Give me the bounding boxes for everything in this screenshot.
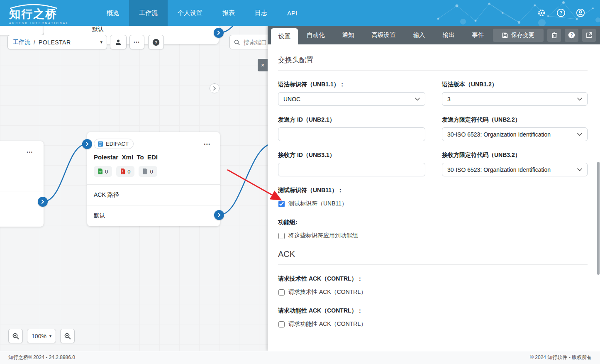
card-row-label[interactable]: 默认 xyxy=(92,26,104,33)
test-indicator-checkbox[interactable] xyxy=(278,201,285,207)
tab-advanced[interactable]: 高级设置 xyxy=(363,26,405,44)
success-count[interactable]: 0 xyxy=(94,166,112,177)
partial-card-left[interactable]: ••• xyxy=(0,141,44,227)
tab-notifications[interactable]: 通知 xyxy=(334,26,363,44)
zoom-in-icon xyxy=(12,333,19,340)
breadcrumb-project-name: POLESTAR xyxy=(39,39,71,46)
tech-ack-row: 请求技术性 ACK（CONTRL） xyxy=(278,288,588,296)
default-path-pin[interactable] xyxy=(214,210,224,220)
tab-events[interactable]: 事件 xyxy=(463,26,493,44)
tab-settings[interactable]: 设置 xyxy=(271,28,298,44)
func-ack-checkbox-label: 请求功能性 ACK（CONTRL） xyxy=(288,320,366,328)
chevron-down-icon[interactable]: ▾ xyxy=(100,39,102,45)
zoom-out-icon xyxy=(64,333,71,340)
pending-count[interactable]: 0 xyxy=(139,166,157,177)
panel-scrollbar[interactable] xyxy=(597,162,600,275)
nav-item-profile[interactable]: 个人设置 xyxy=(168,0,212,26)
settings-panel: 设置 自动化 通知 高级设置 输入 输出 事件 保存变更 xyxy=(268,26,600,351)
tab-automation[interactable]: 自动化 xyxy=(298,26,334,44)
close-panel-button[interactable]: × xyxy=(258,59,268,71)
syntax-version-select[interactable]: 3 xyxy=(442,92,588,106)
syntax-version-value: 3 xyxy=(447,96,451,103)
svg-text:?: ? xyxy=(570,33,573,37)
section-title-ack: ACK xyxy=(278,249,588,259)
node-row-label: ACK 路径 xyxy=(94,191,119,199)
ack-path-pin[interactable] xyxy=(210,83,220,93)
test-indicator-checkbox-label: 测试标识符（UNB11） xyxy=(288,200,347,208)
syntax-id-label: 语法标识符（UNB1.1）： xyxy=(278,81,425,88)
zoom-out-button[interactable] xyxy=(60,329,75,343)
zoom-in-button[interactable] xyxy=(8,329,23,343)
canvas-help-button[interactable]: ? xyxy=(148,35,164,49)
pending-doc-icon xyxy=(143,169,148,174)
breadcrumb[interactable]: 工作流 / POLESTAR ▾ xyxy=(7,35,107,49)
connector-pin[interactable] xyxy=(38,197,48,207)
node-row-label: 默认 xyxy=(94,212,105,220)
connector-pin[interactable] xyxy=(214,28,224,38)
save-changes-button[interactable]: 保存变更 xyxy=(493,29,544,42)
nav-item-overview[interactable]: 概览 xyxy=(97,0,129,26)
top-navbar: 知行之桥 ARCESB INTERNATIONAL 概览 工作流 个人设置 报表… xyxy=(0,0,600,26)
sender-id-input[interactable] xyxy=(278,127,425,141)
node-row-default[interactable]: 默认 xyxy=(87,205,220,226)
more-actions-button[interactable]: ••• xyxy=(129,35,144,49)
node-row-ack-path[interactable]: ACK 路径 xyxy=(87,184,220,205)
tab-input[interactable]: 输入 xyxy=(405,26,434,44)
nav-item-api[interactable]: API xyxy=(277,0,307,26)
status-bar: 知行之桥® 2024 - 24.2.8986.0 © 2024 知行软件 - 版… xyxy=(0,351,600,364)
node-menu-icon[interactable]: ••• xyxy=(204,142,211,147)
partial-card-top-left[interactable] xyxy=(0,26,44,35)
chevron-down-icon xyxy=(415,98,420,101)
workflow-canvas[interactable]: 默认 工作流 / POLESTAR ▾ ••• ? ••• xyxy=(0,26,268,351)
nav-item-logs[interactable]: 日志 xyxy=(245,0,277,26)
delete-button[interactable] xyxy=(547,29,561,42)
receiver-id-label: 接收方 ID（UNB3.1） xyxy=(278,151,425,159)
search-input[interactable] xyxy=(243,39,268,46)
chevron-down-icon: ▾ xyxy=(49,334,51,338)
node-input-pin[interactable] xyxy=(82,139,92,149)
error-count[interactable]: 0 xyxy=(116,166,134,177)
ellipsis-icon: ••• xyxy=(134,40,140,44)
node-title: Polestar_Xml_To_EDI xyxy=(94,154,158,161)
sender-qualifier-select[interactable]: 30-ISO 6523: Organization Identification xyxy=(442,127,588,141)
breadcrumb-separator: / xyxy=(34,39,35,46)
open-external-button[interactable] xyxy=(582,29,596,42)
panel-header: 设置 自动化 通知 高级设置 输入 输出 事件 保存变更 xyxy=(268,26,600,44)
func-ack-label: 请求功能性 ACK（CONTRL）： xyxy=(278,307,588,315)
syntax-id-select[interactable]: UNOC xyxy=(278,92,425,106)
user-permissions-button[interactable] xyxy=(110,35,127,49)
edifact-node-card[interactable]: EDIFACT ••• Polestar_Xml_To_EDI 0 0 xyxy=(87,132,220,226)
functional-group-row: 将这些标识符应用到功能组 xyxy=(278,232,588,239)
func-ack-checkbox[interactable] xyxy=(278,321,285,327)
tech-ack-label: 请求技术性 ACK（CONTRL）： xyxy=(278,275,588,283)
section-divider xyxy=(278,264,588,265)
tab-output[interactable]: 输出 xyxy=(434,26,463,44)
breadcrumb-workflows-link[interactable]: 工作流 xyxy=(13,39,30,46)
app-logo[interactable]: 知行之桥 ARCESB INTERNATIONAL xyxy=(0,0,89,26)
receiver-qualifier-label: 接收方限定符代码（UNB3.2） xyxy=(442,151,588,159)
version-text: 知行之桥® 2024 - 24.2.8986.0 xyxy=(8,354,75,361)
external-link-icon xyxy=(586,32,592,38)
sender-qualifier-value: 30-ISO 6523: Organization Identification xyxy=(447,131,551,138)
success-count-value: 0 xyxy=(105,169,108,175)
gear-icon[interactable] xyxy=(537,8,546,17)
help-icon[interactable]: ? xyxy=(556,8,566,17)
nav-item-reports[interactable]: 报表 xyxy=(212,0,245,26)
account-icon[interactable] xyxy=(576,8,585,17)
success-doc-icon xyxy=(98,169,103,174)
receiver-qualifier-select[interactable]: 30-ISO 6523: Organization Identification xyxy=(442,163,588,176)
nav-item-workflows[interactable]: 工作流 xyxy=(129,0,168,26)
connector-type-badge: EDIFACT xyxy=(94,139,134,149)
receiver-id-input[interactable] xyxy=(278,163,425,176)
functional-group-checkbox[interactable] xyxy=(278,233,285,239)
section-divider xyxy=(278,70,588,71)
ellipsis-icon[interactable]: ••• xyxy=(27,150,33,154)
tech-ack-checkbox[interactable] xyxy=(278,289,285,296)
zoom-level-dropdown[interactable]: 100% ▾ xyxy=(27,329,56,343)
panel-help-button[interactable]: ? xyxy=(565,29,578,42)
port-search[interactable] xyxy=(229,35,268,49)
error-count-value: 0 xyxy=(127,169,130,175)
connector-type-label: EDIFACT xyxy=(106,141,129,147)
chevron-right-icon xyxy=(212,86,217,90)
sender-id-label: 发送方 ID（UNB2.1） xyxy=(278,116,425,124)
